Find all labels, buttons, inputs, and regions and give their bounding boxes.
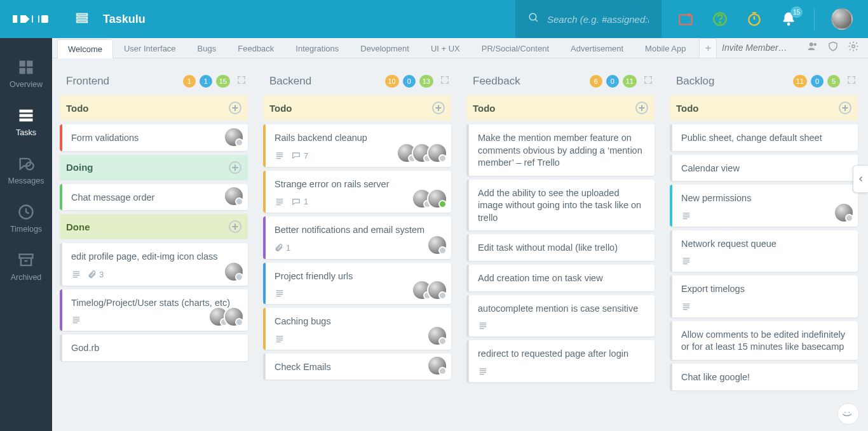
add-card-icon[interactable]: + (432, 102, 445, 114)
task-card[interactable]: Chat like google! (670, 364, 858, 390)
avatar[interactable] (427, 355, 447, 376)
avatar[interactable] (427, 280, 447, 300)
gear-icon[interactable] (848, 41, 859, 55)
expand-icon[interactable] (440, 75, 450, 88)
expand-icon[interactable] (236, 75, 247, 88)
svg-rect-69 (683, 260, 690, 261)
task-card[interactable]: Allow comments to be edited indefinitely… (670, 321, 858, 360)
tab-pr-social-content[interactable]: PR/Social/Content (471, 39, 560, 58)
tab-add[interactable]: + (699, 38, 717, 58)
task-card[interactable]: Calendar view (670, 155, 858, 182)
task-card[interactable]: New permissions (670, 185, 858, 227)
members-icon[interactable] (807, 41, 818, 55)
add-card-icon[interactable]: + (229, 220, 241, 233)
leftnav-item-overview[interactable]: Overview (0, 50, 52, 98)
task-card[interactable]: Better notifications and email system 1 (263, 216, 451, 259)
tab-welcome[interactable]: Welcome (57, 39, 113, 58)
count-done: 15 (216, 75, 230, 88)
avatar[interactable] (224, 307, 244, 327)
list-scroll[interactable]: Todo+Public sheet, change default sheetC… (670, 95, 860, 426)
search-input[interactable] (547, 14, 649, 25)
help-icon[interactable] (711, 10, 729, 28)
tab-ui-ux[interactable]: UI + UX (420, 39, 471, 58)
list-title[interactable]: Backend (269, 75, 381, 88)
task-card[interactable]: Caching bugs (263, 308, 451, 350)
avatar[interactable] (427, 326, 447, 346)
search-box[interactable] (515, 0, 661, 38)
task-card[interactable]: Make the mention member feature on comme… (466, 124, 654, 176)
avatar[interactable] (427, 235, 447, 255)
project-title[interactable]: Taskulu (103, 13, 146, 26)
task-card[interactable]: Add the ability to see the uploaded imag… (466, 180, 654, 231)
leftnav-item-tasks[interactable]: Tasks (0, 98, 52, 146)
task-card[interactable]: Edit task without modal (like trello) (466, 234, 654, 261)
shield-icon[interactable] (827, 41, 839, 55)
tab-development[interactable]: Development (349, 39, 420, 58)
leftnav-item-timelogs[interactable]: Timelogs (0, 194, 52, 242)
leftnav-item-archived[interactable]: Archived (0, 242, 52, 291)
task-card[interactable]: Public sheet, change default sheet (670, 124, 858, 151)
task-card[interactable]: redirect to requested page after login (466, 340, 654, 382)
section-todo[interactable]: Todo+ (466, 95, 654, 121)
description-icon (275, 151, 285, 160)
avatar[interactable] (427, 143, 447, 163)
list-scroll[interactable]: Todo+Make the mention member feature on … (466, 95, 657, 426)
add-card-icon[interactable]: + (229, 161, 241, 174)
task-card[interactable]: Check Emails (263, 354, 451, 380)
tab-integrations[interactable]: Integrations (285, 39, 349, 58)
leftnav-item-messages[interactable]: Messages (0, 146, 52, 194)
list-scroll[interactable]: Todo+Rails backend cleanup 7Strange erro… (263, 95, 454, 426)
tab-mobile-app[interactable]: Mobile App (634, 39, 696, 58)
tab-advertisement[interactable]: Advertisement (560, 39, 634, 58)
svg-rect-48 (276, 291, 283, 291)
side-panel-toggle[interactable] (853, 165, 868, 193)
section-todo[interactable]: Todo+ (670, 95, 858, 121)
task-card[interactable]: Export timelogs (670, 275, 858, 317)
task-card[interactable]: Chat message order (60, 184, 248, 211)
feedback-smiley[interactable]: :) (837, 403, 859, 425)
task-card[interactable]: Rails backend cleanup 7 (263, 124, 451, 167)
timer-icon[interactable] (745, 10, 763, 28)
add-project-icon[interactable] (677, 10, 695, 28)
tab-bugs[interactable]: Bugs (187, 39, 227, 58)
task-card[interactable]: Add creation time on task view (466, 265, 654, 291)
avatar[interactable] (224, 186, 244, 206)
list-scroll[interactable]: Todo+Form validationsDoing+Chat message … (60, 95, 250, 426)
logo[interactable] (0, 0, 64, 38)
section-todo[interactable]: Todo+ (60, 95, 248, 121)
expand-icon[interactable] (846, 75, 857, 88)
task-card[interactable]: Strange error on rails server 1 (263, 171, 451, 213)
expand-icon[interactable] (643, 75, 653, 88)
tab-feedback[interactable]: Feedback (227, 39, 285, 58)
task-card[interactable]: Timelog/Project/User stats (charts, etc) (60, 289, 248, 331)
add-card-icon[interactable]: + (839, 102, 851, 114)
task-card[interactable]: autocomplete mention is case sensitive (466, 295, 654, 337)
svg-rect-57 (480, 324, 487, 325)
task-card[interactable]: Network request queue (670, 230, 858, 272)
notifications-icon[interactable]: 15 (780, 10, 797, 28)
section-doing[interactable]: Doing+ (60, 155, 248, 180)
list-title[interactable]: Frontend (66, 75, 179, 88)
task-title: autocomplete mention is case sensitive (478, 303, 647, 315)
user-avatar[interactable] (831, 8, 853, 30)
section-done[interactable]: Done+ (60, 214, 248, 239)
task-card[interactable]: edit profile page, edit-img icon class 3 (60, 243, 248, 286)
svg-rect-37 (73, 319, 80, 320)
list-title[interactable]: Backlog (676, 75, 789, 88)
avatar[interactable] (834, 202, 854, 223)
avatar[interactable] (224, 262, 244, 282)
avatar[interactable] (224, 127, 244, 147)
add-card-icon[interactable]: + (635, 102, 648, 114)
list-title[interactable]: Feedback (473, 75, 586, 88)
board-scroll[interactable]: Frontend1115Todo+Form validationsDoing+C… (52, 58, 868, 431)
tab-user-interface[interactable]: User Interface (113, 39, 187, 58)
task-card[interactable]: God.rb (60, 335, 248, 361)
top-actions: 15 (661, 8, 868, 30)
task-card[interactable]: Form validations (60, 124, 248, 151)
count-doing: 0 (606, 75, 619, 88)
avatar[interactable] (427, 189, 447, 209)
task-card[interactable]: Project friendly urls (263, 263, 451, 305)
add-card-icon[interactable]: + (229, 102, 241, 114)
section-todo[interactable]: Todo+ (263, 95, 451, 121)
invite-member-input[interactable] (722, 43, 798, 53)
